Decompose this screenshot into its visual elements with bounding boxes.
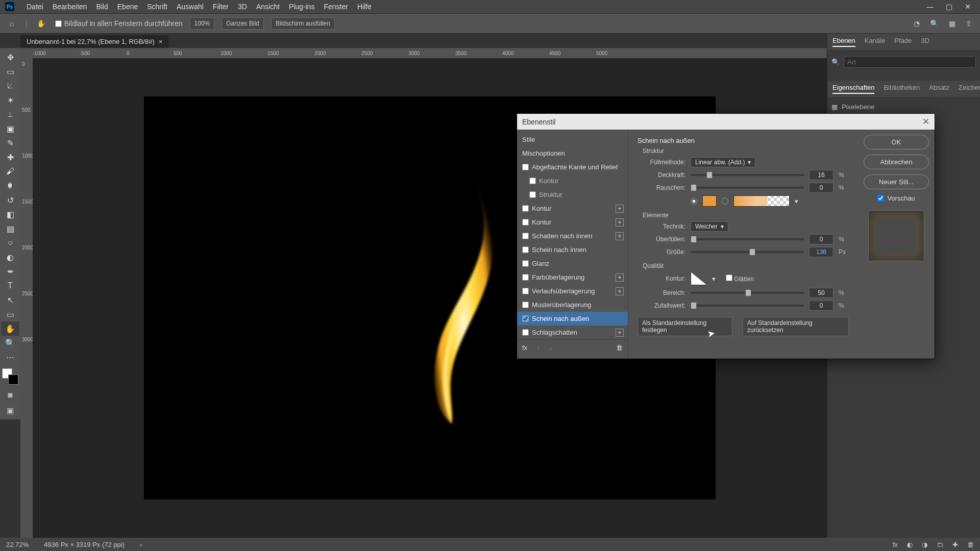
add-icon[interactable]: +: [616, 273, 624, 282]
style-settings: Schein nach außen Struktur Füllmethode: …: [628, 130, 858, 359]
unit-percent: %: [839, 236, 849, 243]
dialog-titlebar[interactable]: Ebenenstil ✕: [517, 114, 935, 130]
zufall-label: Zufallswert:: [645, 302, 685, 309]
groesse-label: Größe:: [645, 248, 685, 256]
style-kontur-sub[interactable]: Kontur: [517, 174, 628, 188]
style-schein-aussen[interactable]: Schein nach außen: [517, 312, 628, 325]
dialog-title: Ebenenstil: [522, 118, 555, 126]
glow-gradient-swatch[interactable]: [733, 195, 790, 207]
glaetten-checkbox[interactable]: Glätten: [726, 274, 754, 283]
up-arrow-icon[interactable]: ↑: [536, 344, 540, 352]
dialog-buttons: OK Abbrechen Neuer Stil... Vorschau: [858, 130, 935, 359]
ueberfuellen-value[interactable]: 0: [809, 234, 834, 244]
contour-picker[interactable]: [691, 272, 707, 285]
unit-percent: %: [839, 171, 849, 179]
style-schein-innen[interactable]: Schein nach innen: [517, 243, 628, 257]
style-schlagschatten[interactable]: Schlagschatten+: [517, 325, 628, 339]
elemente-label: Elemente: [643, 212, 849, 219]
fx-icon[interactable]: fx: [522, 344, 527, 352]
technik-select[interactable]: Weicher▾: [691, 221, 728, 232]
qualitaet-label: Qualität: [643, 262, 849, 269]
chevron-down-icon[interactable]: ▾: [795, 197, 798, 205]
dialog-backdrop: Ebenenstil ✕ Stile Mischoptionen Abgefla…: [0, 0, 980, 551]
style-glanz[interactable]: Glanz: [517, 257, 628, 270]
zufall-slider[interactable]: [691, 305, 804, 307]
trash-icon[interactable]: 🗑: [616, 344, 623, 352]
gradient-radio[interactable]: [722, 198, 728, 205]
ueberfuellen-slider[interactable]: [691, 238, 804, 240]
deckkraft-slider[interactable]: [691, 174, 804, 176]
add-icon[interactable]: +: [616, 287, 624, 295]
bereich-slider[interactable]: [691, 292, 804, 294]
add-icon[interactable]: +: [616, 329, 624, 337]
kontur-label: Kontur:: [645, 275, 685, 282]
add-icon[interactable]: +: [616, 232, 624, 240]
cancel-button[interactable]: Abbrechen: [864, 155, 929, 169]
style-list: Stile Mischoptionen Abgeflachte Kante un…: [517, 130, 628, 359]
new-style-button[interactable]: Neuer Stil...: [864, 174, 929, 189]
rauschen-slider[interactable]: [691, 187, 804, 189]
layer-style-dialog: Ebenenstil ✕ Stile Mischoptionen Abgefla…: [517, 113, 935, 359]
groesse-slider[interactable]: [691, 251, 804, 253]
style-preview: [868, 210, 924, 261]
zufall-value[interactable]: 0: [809, 300, 834, 311]
style-farb[interactable]: Farbüberlagerung+: [517, 270, 628, 284]
rauschen-label: Rauschen:: [645, 184, 685, 191]
chevron-down-icon: ▾: [748, 159, 751, 166]
glow-color-swatch[interactable]: [702, 195, 717, 207]
chevron-down-icon: ▾: [721, 223, 724, 230]
preview-checkbox[interactable]: Vorschau: [877, 194, 915, 202]
style-kontur[interactable]: Kontur+: [517, 202, 628, 215]
color-radio[interactable]: [691, 198, 697, 205]
technik-label: Technik:: [645, 223, 685, 230]
style-mischoptionen[interactable]: Mischoptionen: [517, 146, 628, 160]
style-struktur-sub[interactable]: Struktur: [517, 188, 628, 202]
ok-button[interactable]: OK: [864, 135, 929, 149]
unit-percent: %: [839, 184, 849, 191]
default-reset-button[interactable]: Auf Standardeinstellung zurücksetzen: [743, 317, 849, 336]
add-icon[interactable]: +: [616, 218, 624, 227]
deckkraft-label: Deckkraft:: [645, 171, 685, 179]
style-verlauf[interactable]: Verlaufsüberlagerung+: [517, 284, 628, 298]
fuellmethode-label: Füllmethode:: [645, 159, 685, 166]
unit-px: Px: [839, 248, 849, 256]
groesse-value[interactable]: 136: [809, 247, 834, 257]
style-stile[interactable]: Stile: [517, 133, 628, 146]
add-icon[interactable]: +: [616, 205, 624, 213]
chevron-down-icon[interactable]: ▾: [712, 275, 716, 283]
down-arrow-icon[interactable]: ↓: [549, 344, 553, 352]
style-muster[interactable]: Musterüberlagerung: [517, 298, 628, 312]
section-title: Schein nach außen: [638, 137, 849, 144]
rauschen-value[interactable]: 0: [809, 183, 834, 193]
unit-percent: %: [839, 289, 849, 296]
fuellmethode-select[interactable]: Linear abw. (Add.)▾: [691, 157, 755, 167]
struktur-label: Struktur: [643, 147, 849, 155]
style-bevel[interactable]: Abgeflachte Kante und Relief: [517, 160, 628, 174]
style-kontur2[interactable]: Kontur+: [517, 215, 628, 229]
deckkraft-value[interactable]: 16: [809, 170, 834, 180]
bereich-value[interactable]: 50: [809, 288, 834, 298]
dialog-close-icon[interactable]: ✕: [922, 116, 929, 127]
unit-percent: %: [839, 302, 849, 309]
ueberfuellen-label: Überfüllen:: [645, 236, 685, 243]
style-schatten-innen[interactable]: Schatten nach innen+: [517, 229, 628, 243]
bereich-label: Bereich:: [645, 289, 685, 296]
default-set-button[interactable]: Als Standardeinstellung festlegen: [638, 317, 732, 336]
